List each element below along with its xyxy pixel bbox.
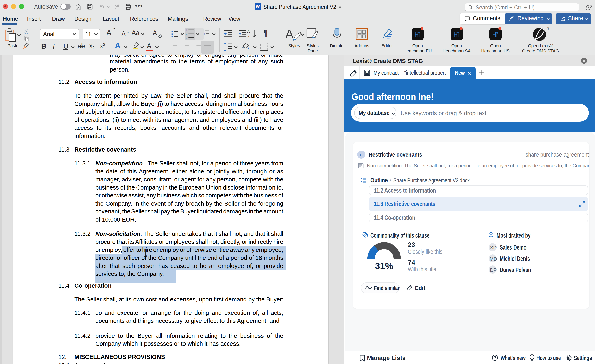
svg-text:1: 1	[202, 29, 204, 32]
svg-text:3: 3	[186, 36, 187, 39]
svg-text:W: W	[366, 71, 368, 74]
svg-text:a: a	[204, 32, 205, 35]
svg-text:2: 2	[361, 180, 362, 183]
svg-text:1: 1	[361, 177, 362, 180]
svg-text:A: A	[247, 29, 250, 34]
svg-text:2: 2	[186, 32, 187, 35]
svg-text:i: i	[205, 35, 205, 38]
svg-text:1: 1	[186, 28, 187, 32]
svg-text:Z: Z	[247, 35, 249, 39]
